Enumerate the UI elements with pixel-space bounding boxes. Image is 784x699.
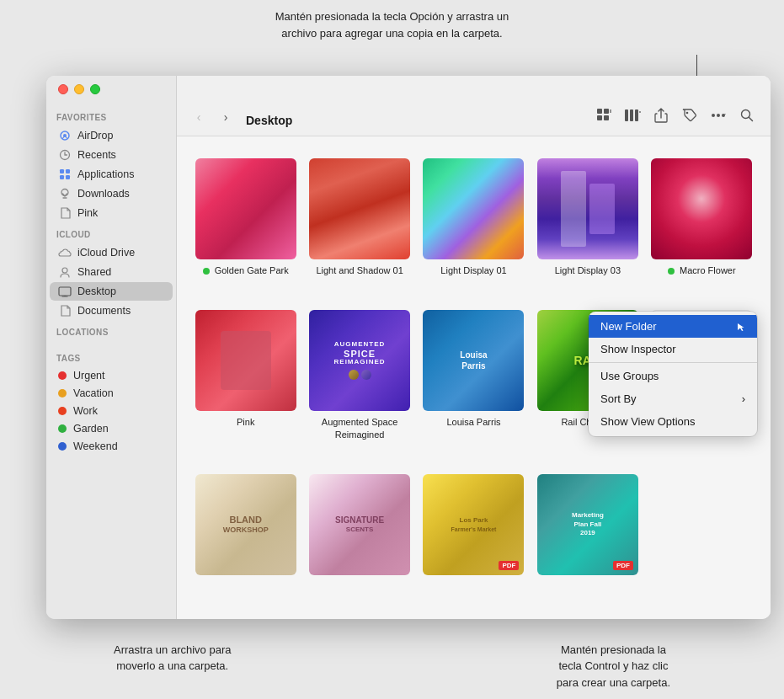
view-columns-button[interactable] <box>621 104 644 127</box>
file-item-golden-gate[interactable]: Golden Gate Park <box>190 153 301 298</box>
toolbar-right <box>592 104 759 127</box>
sidebar-item-vacation[interactable]: Vacation <box>50 385 173 402</box>
share-button[interactable] <box>649 104 673 127</box>
file-name-pink: Pink <box>237 416 254 428</box>
thumb-golden-gate <box>195 158 296 259</box>
sidebar-item-garden[interactable]: Garden <box>50 420 173 437</box>
desktop-label: Desktop <box>77 285 116 297</box>
locations-header: Locations <box>46 321 176 340</box>
sidebar-item-desktop[interactable]: Desktop <box>50 282 173 301</box>
file-name-macro-flower: Macro Flower <box>668 264 736 276</box>
file-item-pink[interactable]: Pink <box>190 305 301 462</box>
shared-label: Shared <box>77 266 111 278</box>
sidebar-item-applications[interactable]: Applications <box>50 165 173 184</box>
thumb-signature: SIGNATURE SCENTS <box>309 474 410 575</box>
sidebar-item-weekend[interactable]: Weekend <box>50 438 173 455</box>
search-button[interactable] <box>735 104 759 127</box>
svg-rect-9 <box>59 287 71 296</box>
weekend-dot <box>58 442 67 451</box>
sidebar-item-work[interactable]: Work <box>50 403 173 419</box>
tags-header: Tags <box>46 347 176 366</box>
urgent-dot <box>58 371 67 380</box>
sidebar-item-shared[interactable]: Shared <box>50 263 173 281</box>
minimize-button[interactable] <box>74 84 84 94</box>
pdf-badge-lospark: PDF <box>499 561 519 570</box>
sidebar-item-urgent[interactable]: Urgent <box>50 367 173 384</box>
applications-label: Applications <box>77 168 134 180</box>
context-menu-separator <box>589 362 757 363</box>
sidebar: Favorites AirDrop Recents <box>46 76 177 619</box>
file-item-bland[interactable]: BLAND WORKSHOP <box>190 469 301 602</box>
svg-rect-15 <box>630 109 633 121</box>
annotation-top: Mantén presionada la tecla Opción y arra… <box>0 8 784 41</box>
svg-point-20 <box>722 114 725 117</box>
svg-rect-16 <box>635 109 638 121</box>
submenu-arrow-icon: › <box>742 392 745 405</box>
airdrop-icon <box>58 129 72 142</box>
sidebar-item-documents[interactable]: Documents <box>50 301 173 320</box>
thumb-light-shadow <box>309 158 410 259</box>
file-item-light-display-01[interactable]: Light Display 01 <box>419 153 529 298</box>
svg-rect-3 <box>60 169 64 173</box>
annotations-bottom: Arrastra un archivo para moverlo a una c… <box>46 642 738 691</box>
file-item-signature[interactable]: SIGNATURE SCENTS <box>304 469 414 602</box>
main-content: ‹ › Desktop <box>177 76 771 619</box>
annotation-bottom-left: Arrastra un archivo para moverlo a una c… <box>114 642 231 691</box>
file-item-macro-flower[interactable]: Macro Flower <box>647 153 757 298</box>
close-button[interactable] <box>58 84 68 94</box>
garden-dot <box>58 424 67 433</box>
desktop-icon <box>58 285 72 298</box>
context-menu-sort-by[interactable]: Sort By › <box>589 387 757 410</box>
thumb-light-display-03 <box>537 158 638 259</box>
file-item-light-shadow[interactable]: Light and Shadow 01 <box>304 153 414 298</box>
finder-window: Favorites AirDrop Recents <box>46 76 771 619</box>
thumb-light-display-01 <box>423 158 524 259</box>
sidebar-item-recents[interactable]: Recents <box>50 146 173 164</box>
sidebar-item-icloud-drive[interactable]: iCloud Drive <box>50 243 173 262</box>
svg-rect-13 <box>604 115 609 120</box>
work-dot <box>58 407 67 415</box>
file-item-augmented[interactable]: AUGMENTED SPICE REIMAGINED Augmented Spa… <box>304 305 414 462</box>
more-button[interactable] <box>707 104 730 127</box>
context-menu: New Folder Show Inspector Use Groups Sor… <box>589 312 757 436</box>
urgent-label: Urgent <box>73 370 105 382</box>
sidebar-item-downloads[interactable]: Downloads <box>50 184 173 203</box>
work-label: Work <box>73 405 98 417</box>
tag-button[interactable] <box>678 104 701 127</box>
traffic-lights <box>46 76 112 94</box>
fullscreen-button[interactable] <box>90 84 100 94</box>
icloud-icon <box>58 246 72 259</box>
context-menu-show-inspector[interactable]: Show Inspector <box>589 338 757 360</box>
svg-rect-4 <box>66 169 70 173</box>
vacation-dot <box>58 389 67 398</box>
file-name-golden-gate: Golden Gate Park <box>203 264 289 276</box>
back-button[interactable]: ‹ <box>189 107 209 127</box>
file-name-augmented: Augmented Space Reimagined <box>309 416 410 440</box>
sidebar-item-pink[interactable]: Pink <box>50 204 173 222</box>
view-icon-grid-button[interactable] <box>592 104 616 127</box>
svg-rect-14 <box>625 109 628 121</box>
weekend-label: Weekend <box>73 440 118 452</box>
sidebar-item-airdrop[interactable]: AirDrop <box>50 126 173 145</box>
forward-button[interactable]: › <box>216 107 236 127</box>
context-menu-show-view-options[interactable]: Show View Options <box>589 410 757 433</box>
context-menu-new-folder[interactable]: New Folder <box>589 315 757 338</box>
thumb-augmented: AUGMENTED SPICE REIMAGINED <box>309 310 410 411</box>
clock-icon <box>58 148 72 162</box>
thumb-louisa: Louisa Parris <box>423 310 524 411</box>
file-item-louisa[interactable]: Louisa Parris Louisa Parris <box>419 305 529 462</box>
file-name-light-display-01: Light Display 01 <box>440 264 506 276</box>
airdrop-label: AirDrop <box>77 130 113 141</box>
file-item-marketing[interactable]: Marketing Plan Fall 2019 PDF <box>532 469 643 602</box>
svg-rect-5 <box>60 175 64 179</box>
dot-macro-flower <box>668 268 675 275</box>
downloads-label: Downloads <box>77 188 130 200</box>
file-item-light-display-03[interactable]: Light Display 03 <box>532 153 643 298</box>
favorites-header: Favorites <box>46 106 176 125</box>
icloud-drive-label: iCloud Drive <box>77 247 135 259</box>
file-item-lospark[interactable]: Los Park Farmer's Market PDF <box>419 469 529 602</box>
file-name-light-display-03: Light Display 03 <box>555 264 621 276</box>
context-menu-use-groups[interactable]: Use Groups <box>589 365 757 387</box>
svg-rect-11 <box>604 109 609 114</box>
thumb-macro-flower <box>651 158 752 259</box>
